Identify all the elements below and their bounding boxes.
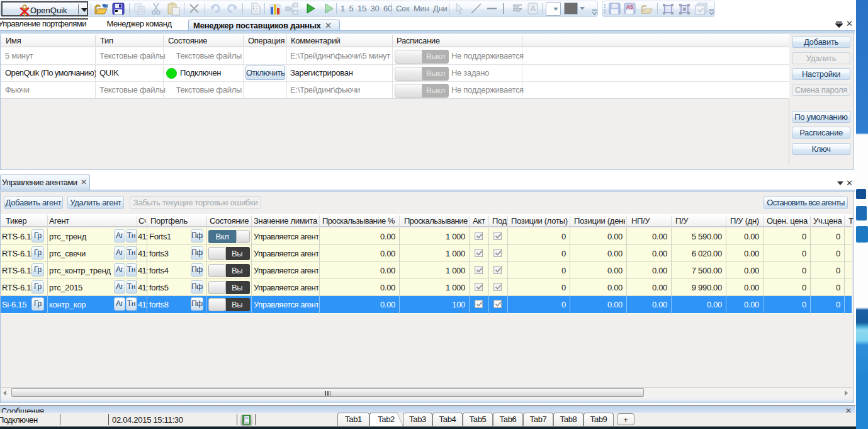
svg-text:A: A	[531, 4, 536, 13]
svg-text:AS: AS	[626, 4, 634, 10]
